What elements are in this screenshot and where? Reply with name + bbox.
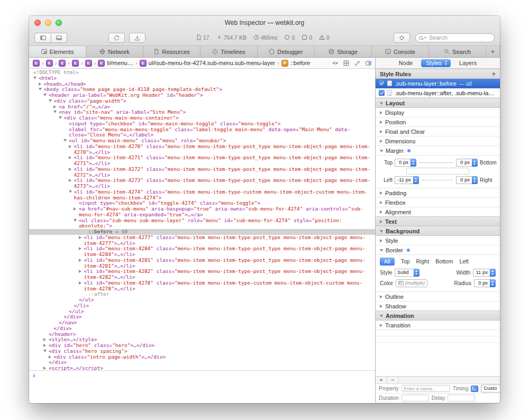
- disclosure-down-icon[interactable]: [63, 139, 67, 142]
- sidebar-row-dimensions[interactable]: Dimensions: [376, 136, 500, 146]
- sidebar-tab-styles[interactable]: Styles: [421, 59, 451, 67]
- tree-node[interactable]: <script>…</script>: [29, 366, 375, 370]
- section-header-text[interactable]: Text: [376, 216, 500, 226]
- sidebar-row-padding[interactable]: Padding: [376, 188, 500, 198]
- disclosure-right-icon[interactable]: [380, 111, 382, 114]
- disclosure-right-icon[interactable]: [380, 130, 382, 133]
- rule-enabled-checkbox[interactable]: [379, 90, 385, 96]
- disclosure-right-icon[interactable]: [79, 270, 81, 273]
- sidebar-tab-node[interactable]: Node: [399, 60, 413, 66]
- tree-node[interactable]: <li id="menu-item-4281" class="menu-item…: [29, 258, 375, 269]
- section-header-background[interactable]: Background: [376, 226, 500, 236]
- breadcrumb-item[interactable]: Eul#sub-menu-for-4274.sub-menu.sub-menu-…: [140, 60, 276, 67]
- disclosure-right-icon[interactable]: [380, 239, 382, 242]
- sidebar-row-border[interactable]: Border: [376, 245, 500, 255]
- close-window-button[interactable]: [34, 20, 41, 26]
- tab-debugger[interactable]: Debugger: [258, 46, 315, 57]
- style-rule[interactable]: .sub-menu-layer::before— all: [376, 79, 500, 88]
- margin-right-stepper[interactable]: 0 px: [456, 176, 478, 184]
- stepper-arrows-icon[interactable]: [411, 159, 416, 167]
- disclosure-right-icon[interactable]: [380, 295, 382, 298]
- new-rule-button[interactable]: +: [491, 70, 496, 77]
- section-header-animation[interactable]: Animation: [376, 311, 500, 321]
- add-tab-button[interactable]: +: [486, 46, 500, 57]
- disclosure-down-icon[interactable]: [49, 99, 52, 102]
- disclosure-down-icon[interactable]: [380, 249, 383, 252]
- disclosure-right-icon[interactable]: [69, 145, 71, 148]
- tree-node[interactable]: <li id="menu-item-4278" class="menu-item…: [29, 280, 375, 292]
- stepper-arrows-icon[interactable]: [413, 176, 419, 184]
- breadcrumb-item[interactable]: E: [46, 60, 53, 67]
- margin-top-stepper[interactable]: 0 px: [395, 159, 416, 167]
- split-console-icon[interactable]: [366, 60, 371, 66]
- disclosure-right-icon[interactable]: [74, 207, 76, 211]
- section-header-layout[interactable]: Layout: [376, 98, 500, 108]
- border-side-top[interactable]: Top: [401, 258, 410, 264]
- tab-search[interactable]: Search: [429, 46, 486, 57]
- disclosure-right-icon[interactable]: [380, 121, 382, 124]
- timing-function-select[interactable]: Custo: [481, 385, 500, 392]
- margin-left-stepper[interactable]: -11 px: [395, 176, 419, 184]
- sidebar-row-margin[interactable]: Margin: [376, 146, 500, 156]
- search-input[interactable]: [429, 34, 491, 41]
- transition-property-input[interactable]: [402, 385, 450, 392]
- stepper-arrows-icon[interactable]: [490, 269, 496, 277]
- tab-network[interactable]: Network: [86, 46, 143, 57]
- tab-timelines[interactable]: Timelines: [200, 46, 258, 57]
- tree-node[interactable]: <label for="menu-main-menu-toggle" class…: [29, 127, 375, 139]
- timing-function-swatch[interactable]: [471, 386, 478, 392]
- tree-node[interactable]: <li id="menu-item-4282" class="menu-item…: [29, 269, 375, 280]
- tree-node[interactable]: <li id="menu-item-4277" class="menu-item…: [29, 235, 375, 246]
- disclosure-down-icon[interactable]: [380, 102, 383, 105]
- tree-node[interactable]: </div>: [29, 314, 375, 320]
- minimize-window-button[interactable]: [45, 20, 51, 26]
- disclosure-down-icon[interactable]: [380, 150, 383, 152]
- reload-button[interactable]: [108, 33, 125, 43]
- disclosure-right-icon[interactable]: [43, 367, 46, 370]
- border-width-stepper[interactable]: 11 px: [473, 269, 496, 277]
- border-side-bottom[interactable]: Bottom: [435, 258, 453, 264]
- stepper-arrows-icon[interactable]: [472, 159, 478, 167]
- disclosure-right-icon[interactable]: [79, 259, 81, 262]
- breadcrumb-item[interactable]: E: [85, 60, 92, 67]
- disclosure-right-icon[interactable]: [380, 324, 382, 327]
- disclosure-right-icon[interactable]: [43, 344, 46, 347]
- disclosure-down-icon[interactable]: [33, 77, 37, 79]
- disclosure-down-icon[interactable]: [43, 350, 47, 352]
- sidebar-row-position[interactable]: Position: [376, 117, 500, 127]
- zoom-window-button[interactable]: [56, 20, 62, 26]
- tree-node[interactable]: <!DOCTYPE html>: [29, 70, 375, 76]
- disclosure-down-icon[interactable]: [59, 116, 62, 119]
- disclosure-right-icon[interactable]: [69, 179, 71, 182]
- sidebar-tab-layers[interactable]: Layers: [459, 60, 477, 66]
- breadcrumb-item[interactable]: Eli#menu…: [98, 60, 133, 67]
- tree-node[interactable]: <li id="menu-item-4272" class="menu-item…: [29, 167, 375, 178]
- tree-node[interactable]: </div>: [29, 326, 375, 332]
- tab-console[interactable]: Console: [372, 46, 429, 57]
- tree-node[interactable]: <li id="menu-item-4270" class="menu-item…: [29, 144, 375, 156]
- disclosure-right-icon[interactable]: [39, 83, 41, 86]
- border-side-all[interactable]: All: [380, 258, 395, 266]
- sidebar-row-outline[interactable]: Outline: [376, 292, 500, 302]
- disclosure-down-icon[interactable]: [43, 94, 47, 96]
- tree-node[interactable]: <li id="menu-item-4273" class="menu-item…: [29, 178, 375, 189]
- tree-node[interactable]: </nav>: [29, 320, 375, 326]
- breadcrumb-item[interactable]: E: [72, 60, 79, 67]
- sidebar-row-alignment[interactable]: Alignment: [376, 207, 500, 217]
- stepper-arrows-icon[interactable]: [490, 279, 496, 287]
- quick-console[interactable]: ›: [29, 370, 375, 379]
- remove-transition-button[interactable]: −: [387, 377, 399, 384]
- tree-node[interactable]: <li id="menu-item-4274" class="menu-item…: [29, 189, 375, 201]
- transition-duration-input[interactable]: [402, 395, 429, 401]
- style-rule[interactable]: .sub-menu-layer::after, .sub-menu-layer:…: [376, 88, 500, 98]
- sidebar-row-float-and-clear[interactable]: Float and Clear: [376, 127, 500, 136]
- disclosure-right-icon[interactable]: [380, 191, 382, 195]
- tree-node[interactable]: <a href="#nav-sub-menu" aria-haspopup="t…: [29, 206, 375, 218]
- sidebar-row-flexbox[interactable]: Flexbox: [376, 198, 500, 207]
- download-button[interactable]: [129, 33, 145, 43]
- disclosure-down-icon[interactable]: [380, 230, 383, 233]
- disclosure-right-icon[interactable]: [380, 305, 382, 308]
- tree-node[interactable]: <li id="menu-item-4284" class="menu-item…: [29, 246, 375, 258]
- sidebar-row-shadow[interactable]: Shadow: [376, 302, 500, 311]
- disclosure-down-icon[interactable]: [74, 219, 77, 222]
